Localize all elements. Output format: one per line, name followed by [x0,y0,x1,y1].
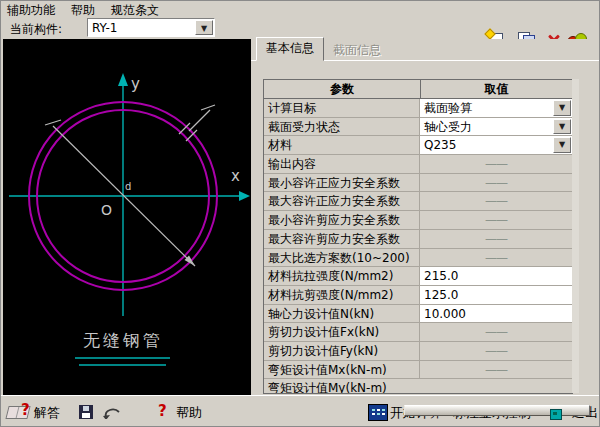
param-label: 计算目标 [264,99,420,117]
param-label: 材料抗剪强度(N/mm2) [264,286,420,304]
calculator-icon[interactable] [368,404,388,421]
value-cell: —— [420,211,572,229]
occluding-scrollbar[interactable] [404,405,590,416]
origin-label: O [101,202,112,218]
tab-section-info[interactable]: 截面信息 [324,40,390,62]
param-label: 材料抗拉强度(N/mm2) [264,267,420,285]
value-cell: —— [420,361,572,379]
table-row: 轴心力设计值N(kN) 10.000 [264,305,572,324]
help-question-icon: ? [158,402,167,420]
value-cell[interactable]: Q235▼ [420,136,572,154]
table-row: 输出内容 —— [264,155,572,174]
table-row: 弯矩设计值My(kN-m) [264,379,572,393]
menu-item-code-clauses[interactable]: 规范条文 [111,3,159,17]
table-row: 最大比选方案数(10~200) —— [264,249,572,268]
value-cell: —— [420,174,572,192]
y-axis-label: y [131,75,140,93]
param-label: 截面受力状态 [264,118,420,136]
value-cell: —— [420,230,572,248]
param-label: 最小容许剪应力安全系数 [264,211,420,229]
value-cell[interactable]: 轴心受力▼ [420,118,572,136]
table-row: 材料抗拉强度(N/mm2) 215.0 [264,267,572,286]
value-text: 截面验算 [424,101,472,115]
save-icon[interactable] [79,405,93,419]
param-label: 材料 [264,136,420,154]
menu-item-auxiliary[interactable]: 辅助功能 [7,3,55,17]
section-caption: 无缝钢管 [83,330,163,350]
dropdown-arrow-icon[interactable]: ▼ [553,100,571,116]
table-row: 最小容许正应力安全系数 —— [264,174,572,193]
tab-basic-info[interactable]: 基本信息 [256,37,324,61]
x-axis-label: x [231,167,240,185]
table-row: 计算目标 截面验算▼ [264,99,572,118]
value-input[interactable]: 215.0 [420,267,572,285]
value-text: Q235 [424,138,456,152]
value-cell: —— [420,155,572,173]
member-select-value: RY-1 [92,21,117,35]
table-row: 最大容许正应力安全系数 —— [264,192,572,211]
table-row: 剪切力设计值Fx(kN) —— [264,323,572,342]
table-row: 截面受力状态 轴心受力▼ [264,118,572,137]
panel-side-strip [572,79,579,393]
value-header: 取值 [421,80,572,98]
toolbar: 当前构件: RY-1 ▼ [1,17,599,39]
param-label: 最大容许剪应力安全系数 [264,230,420,248]
member-select[interactable]: RY-1 ▼ [87,18,215,37]
value-cell[interactable]: 截面验算▼ [420,99,572,117]
menu-item-help[interactable]: 帮助 [71,3,95,17]
param-label: 最大比选方案数(10~200) [264,249,420,267]
value-cell: —— [420,342,572,360]
param-label: 剪切力设计值Fy(kN) [264,342,420,360]
help-button[interactable]: 帮助 [176,404,202,422]
value-input[interactable]: 125.0 [420,286,572,304]
app-window: { "menu": { "items": ["辅助功能", "帮助", "规范条… [0,0,600,427]
table-row: 材料抗剪强度(N/mm2) 125.0 [264,286,572,305]
chevron-down-icon[interactable]: ▼ [195,20,213,35]
value-cell: —— [420,323,572,341]
table-row: 材料 Q235▼ [264,136,572,155]
undo-icon[interactable] [102,405,122,419]
tab-strip: 基本信息 截面信息 [256,41,390,61]
param-label: 轴心力设计值N(kN) [264,305,420,323]
current-member-label: 当前构件: [10,21,62,38]
param-header: 参数 [264,80,421,98]
param-label: 最小容许正应力安全系数 [264,174,420,192]
param-label: 最大容许正应力安全系数 [264,192,420,210]
diameter-dimension [45,120,195,266]
value-input[interactable]: 10.000 [420,305,572,323]
param-label: 弯矩设计值My(kN-m) [264,379,572,393]
section-preview-canvas: y x O d 无缝钢管 [3,39,251,395]
param-label: 输出内容 [264,155,420,173]
param-label: 弯矩设计值Mx(kN-m) [264,361,420,379]
table-row: 弯矩设计值Mx(kN-m) —— [264,361,572,380]
section-drawing: y x O d 无缝钢管 [3,39,251,395]
display-toggle-icon[interactable] [550,409,562,420]
param-label: 剪切力设计值Fx(kN) [264,323,420,341]
properties-panel: 基本信息 截面信息 参数 取值 计算目标 截面验算▼ 截面受力状态 轴心受力▼ … [251,39,600,395]
value-text: 轴心受力 [424,120,472,134]
value-cell: —— [420,249,572,267]
table-row: 最小容许剪应力安全系数 —— [264,211,572,230]
dropdown-arrow-icon[interactable]: ▼ [553,137,571,153]
value-cell: —— [420,192,572,210]
parameter-table: 参数 取值 计算目标 截面验算▼ 截面受力状态 轴心受力▼ 材料 Q235▼ 输… [263,79,573,394]
diameter-label: d [125,181,131,192]
dropdown-arrow-icon[interactable]: ▼ [553,119,571,135]
solve-button[interactable]: 解答 [34,404,60,422]
bottom-bar: ? 解答 ? 帮助 开始计算 标注显示控制 退出 [1,395,599,427]
solution-question-icon: ? [21,401,30,419]
table-row: 最大容许剪应力安全系数 —— [264,230,572,249]
table-header: 参数 取值 [264,80,572,99]
table-row: 剪切力设计值Fy(kN) —— [264,342,572,361]
